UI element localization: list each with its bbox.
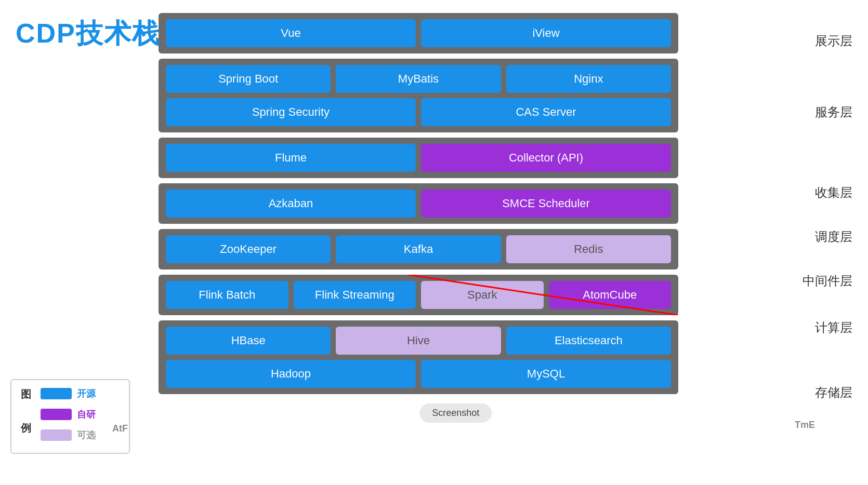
- collect-layer-row: Flume Collector (API): [159, 138, 678, 178]
- chip-casserver: CAS Server: [421, 98, 671, 126]
- compute-layer-row: Flink Batch Flink Streaming Spark AtomCu…: [159, 275, 678, 315]
- chip-springsecurity: Spring Security: [166, 98, 416, 126]
- tme-label: TmE: [795, 420, 815, 430]
- chip-iview: iView: [421, 19, 671, 47]
- label-display: 展示层: [815, 33, 852, 49]
- legend-open: 开源: [41, 387, 96, 400]
- chip-zookeeper: ZooKeeper: [166, 235, 331, 263]
- screenshot-badge: Screenshot: [419, 403, 492, 423]
- label-storage: 存储层: [815, 384, 852, 401]
- chip-azkaban: Azkaban: [166, 190, 416, 218]
- chip-flinkbatch: Flink Batch: [166, 281, 288, 309]
- label-schedule: 调度层: [815, 228, 852, 245]
- atf-label: AtF: [112, 423, 128, 434]
- legend-swatch-self: [41, 409, 72, 420]
- legend-label-self: 自研: [77, 408, 96, 421]
- legend-figure-char: 图: [21, 387, 31, 401]
- chip-spark: Spark: [421, 281, 544, 309]
- service-layer-row: Spring Boot MyBatis Nginx Spring Securit…: [159, 59, 678, 132]
- chip-hive: Hive: [336, 327, 501, 355]
- main-title: CDP技术栈: [16, 16, 160, 52]
- chip-hbase: HBase: [166, 327, 331, 355]
- chip-hadoop: Hadoop: [166, 360, 416, 388]
- chip-mybatis: MyBatis: [336, 65, 501, 93]
- chip-flinkstreaming: Flink Streaming: [294, 281, 416, 309]
- label-compute: 计算层: [815, 319, 852, 336]
- legend-swatch-opt: [41, 429, 72, 441]
- chip-flume: Flume: [166, 144, 416, 172]
- label-service: 服务层: [815, 104, 852, 120]
- middleware-layer-row: ZooKeeper Kafka Redis: [159, 229, 678, 270]
- storage-layer-row: HBase Hive Elasticsearch Hadoop MySQL: [159, 320, 678, 394]
- chip-smce: SMCE Scheduler: [421, 190, 671, 218]
- legend-example-char: 例: [21, 421, 31, 435]
- chip-mysql: MySQL: [421, 360, 671, 388]
- legend-self: 自研: [41, 408, 96, 421]
- legend-swatch-open: [41, 388, 72, 399]
- chip-nginx: Nginx: [506, 65, 671, 93]
- legend: 图 例 开源 自研 可选: [10, 379, 130, 454]
- chip-springboot: Spring Boot: [166, 65, 331, 93]
- diagram-container: Vue iView Spring Boot MyBatis Nginx Spri…: [159, 13, 678, 394]
- chip-atomcube: AtomCube: [549, 281, 672, 309]
- label-collect: 收集层: [815, 184, 852, 201]
- schedule-layer-row: Azkaban SMCE Scheduler: [159, 183, 678, 224]
- chip-kafka: Kafka: [336, 235, 501, 263]
- legend-optional: 可选: [41, 429, 96, 441]
- chip-vue: Vue: [166, 19, 416, 47]
- chip-collector: Collector (API): [421, 144, 671, 172]
- chip-elasticsearch: Elasticsearch: [506, 327, 671, 355]
- chip-redis: Redis: [506, 235, 671, 263]
- legend-label-open: 开源: [77, 387, 96, 400]
- label-middleware: 中间件层: [803, 273, 852, 289]
- legend-label-opt: 可选: [77, 429, 96, 441]
- display-layer-row: Vue iView: [159, 13, 678, 53]
